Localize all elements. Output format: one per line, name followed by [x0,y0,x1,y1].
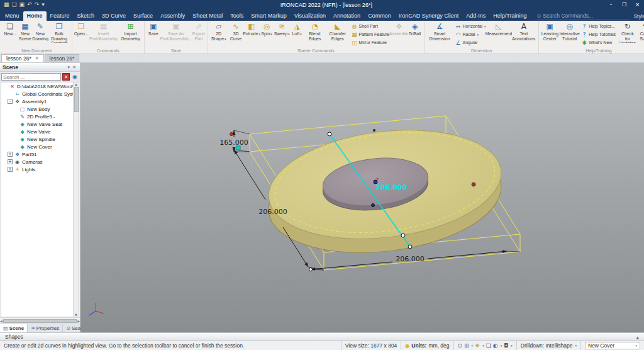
scroll-left-icon[interactable]: ◀ [0,319,3,323]
scroll-down-icon[interactable]: ▼ [75,313,77,317]
menu-tab-home[interactable]: Home [23,11,47,21]
document-tab-lesson-26[interactable]: lesson 26* [45,54,80,62]
ribbon-button-blend-edges[interactable]: ◔Blend Edges [304,21,325,41]
ribbon-button-smart-dimension[interactable]: ∡Smart Dimension [426,21,454,41]
tree-item-lights[interactable]: +☀Lights [1,166,73,173]
command-search[interactable]: ⊙ [535,13,630,20]
ribbon-button-horizontal[interactable]: ↔Horizontal▾ [454,22,487,30]
ribbon-button-shell-part[interactable]: ◍Shell Part [350,22,391,30]
menu-tab-feature[interactable]: Feature [47,11,74,21]
save-icon[interactable]: ▣ [19,0,25,9]
ribbon-button-interactive-tutorial[interactable]: ◎Interactive Tutorial [559,21,580,41]
ribbon-button-pattern-feature[interactable]: ▦Pattern Feature [350,30,391,38]
panel-tab-scene[interactable]: ▤Scene [0,324,28,332]
ribbon-button-2d-shape[interactable]: ▱2D Shape▾ [209,21,228,41]
ribbon-button-angular[interactable]: ∠Angular [454,38,487,47]
undo-icon[interactable]: ↶ [27,0,32,9]
menu-tab-3d-curve[interactable]: 3D Curve [98,11,130,21]
tree-item-cameras[interactable]: +◉Cameras [1,158,73,166]
document-tab-lesson-26[interactable]: lesson 26*✕ [1,54,44,62]
ribbon-button-new-drawing[interactable]: ✎New Drawing [33,21,48,41]
menu-tab-assembly[interactable]: Assembly [157,11,189,21]
ribbon-button-radial[interactable]: ◠Radial▾ [454,30,487,38]
zoom-level-icon[interactable]: ⊙ [458,342,463,349]
tree-item-new-valve[interactable]: ◆New Valve [1,128,73,135]
ribbon-button-chamfer-edges[interactable]: ◣Chamfer Edges [325,21,350,41]
ribbon-button-spin[interactable]: ◎Spin▾ [259,21,274,37]
ribbon-button-text-annotations[interactable]: AText Annotations [510,21,537,41]
ribbon-button-open[interactable]: ❒Open... [74,21,89,37]
3d-viewport-canvas[interactable]: 165.000 206.000 206.000 206.000 [80,63,644,332]
tree-vertical-scrollbar[interactable]: ▲ ▼ [73,82,79,317]
collapse-icon[interactable]: - [8,99,13,104]
redo-icon[interactable]: ↷ [35,0,40,9]
tree-item-new-body[interactable]: ▢New Body [1,105,73,113]
panel-close-icon[interactable]: ✕ [71,65,77,70]
close-tab-icon[interactable]: ✕ [35,56,39,61]
ribbon-button-assemble[interactable]: ❖Assemble [391,21,407,37]
panel-menu-icon[interactable]: ▾ [67,65,72,70]
close-button[interactable]: ✕ [631,0,644,9]
fit-scene-icon[interactable]: ⊞ [464,342,469,349]
minimize-button[interactable]: – [604,0,618,9]
menu-tab-tools[interactable]: Tools [226,11,247,21]
ribbon-button-new-scene[interactable]: ▦New Scene [18,21,33,41]
tree-item-new-spindle[interactable]: ◆New Spindle [1,135,73,143]
shapes-catalog-bar[interactable]: Shapes ▲ [0,332,644,341]
expand-icon[interactable]: + [8,159,13,164]
dimension-bottom-label[interactable]: 206.000 [396,255,425,263]
menu-tab-menu[interactable]: Menu [1,11,23,21]
ribbon-button-save-as-part-assembly[interactable]: ▣Save As Part/Assembly... [161,21,191,41]
panel-tab-properties[interactable]: ≡Properties [28,324,63,332]
scroll-up-icon[interactable]: ▲ [75,82,77,86]
ribbon-button-insert-part-assembly[interactable]: ▤Insert Part/Assembly [89,21,118,41]
ribbon-button-loft[interactable]: ◮Loft▾ [289,21,304,37]
menu-tab-common[interactable]: Common [364,11,395,21]
scene-settings-icon[interactable]: ◘ [504,342,508,349]
3d-viewport[interactable]: 165.000 206.000 206.000 206.000 [80,63,644,332]
expand-icon[interactable]: + [8,167,13,172]
restore-button[interactable]: ❐ [618,0,631,9]
menu-tab-ironcad-synergy-client[interactable]: IronCAD Synergy Client [395,11,463,21]
ribbon-button-import-geometry[interactable]: ⊞Import Geometry [118,21,143,41]
ribbon-button-contact-support[interactable]: ☎Contact Support [638,21,644,41]
selection-combo[interactable]: New Cover ▾ [585,342,640,349]
command-search-input[interactable] [543,13,625,19]
ribbon-button-new[interactable]: ❏New... [3,21,18,37]
ribbon-button-measurement[interactable]: ◺Measurement [487,21,511,37]
menu-tab-visualization[interactable]: Visualization [291,11,330,21]
menu-tab-sketch[interactable]: Sketch [74,11,99,21]
clear-search-icon[interactable]: ✕ [62,73,70,81]
new-document-icon[interactable]: ❏ [12,0,17,9]
tree-item-part51[interactable]: +❖Part51 [1,150,73,158]
shading-mode-icon[interactable]: ◐ [493,342,498,349]
expand-icon[interactable]: + [8,152,13,157]
tree-item-new-cover[interactable]: ◆New Cover [1,143,73,150]
qat-dropdown-icon[interactable]: ▾ [42,0,45,9]
ribbon-button-3d-curve[interactable]: ∿3D Curve [228,21,244,41]
ribbon-button-help-topics[interactable]: ?Help Topics... [580,22,617,30]
scene-search-input[interactable] [1,73,61,81]
ribbon-button-mirror-feature[interactable]: ◫Mirror Feature [350,38,391,47]
scroll-right-icon[interactable]: ▶ [77,319,80,323]
dimension-diameter-label[interactable]: 206.000 [375,183,407,191]
ribbon-button-export-part[interactable]: ⇗Export Part [191,21,206,41]
ribbon-button-triball[interactable]: ◈TriBall [408,21,423,37]
tree-item-2d-profile9[interactable]: ✎2D Profile9 - [1,113,73,120]
menu-tab-add-ins[interactable]: Add-Ins [462,11,489,21]
app-menu-icon[interactable]: ▦ [4,0,9,9]
ribbon-button-learning-center[interactable]: ▣Learning Center [540,21,559,41]
units-value[interactable]: mm, deg [428,342,449,349]
styles-menu[interactable]: Styles ▾ [633,13,644,20]
tree-item-d-data-2018-new-word-tech-ne[interactable]: ✕D:\data\2018 NEW\Word\TECH-NE [1,82,73,90]
dimension-height-label[interactable]: 165.000 [219,138,248,147]
tree-item-global-coordinate-system[interactable]: ∟Global Coordinate System [1,90,73,98]
menu-tab-help-training[interactable]: Help/Training [489,11,530,21]
tree-horizontal-scrollbar[interactable]: ◀ ▶ [0,317,80,324]
drilldown-selector[interactable]: Drilldown: Intellishape ▾ [516,341,580,350]
chevron-up-icon[interactable]: ▲ [636,335,639,339]
tree-item-new-valve-seat[interactable]: ◆New Valve Seat [1,120,73,128]
menu-tab-sheet-metal[interactable]: Sheet Metal [189,11,226,21]
find-icon[interactable]: ◉ [71,73,79,81]
menu-tab-surface[interactable]: Surface [130,11,157,21]
